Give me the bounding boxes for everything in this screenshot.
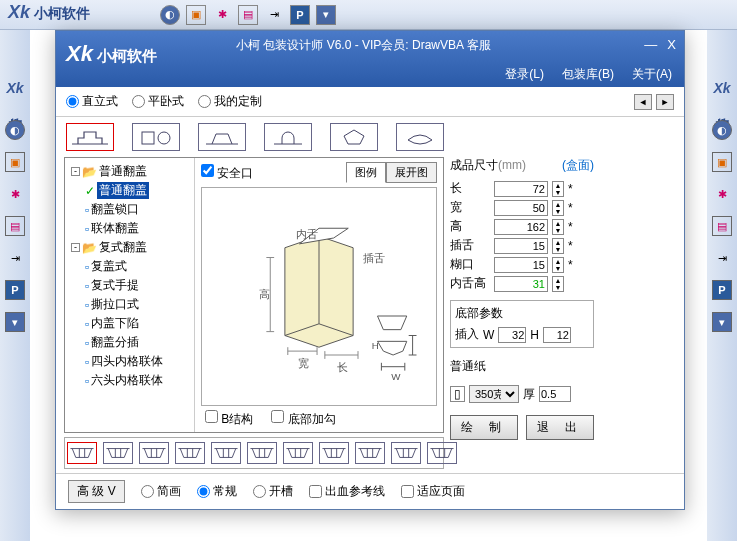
mode-custom[interactable]: 我的定制 [198,93,262,110]
dim-stepper[interactable]: ▲▼ [552,238,564,254]
window-title: 小柯 包装设计师 V6.0 - VIP会员: DrawVBA 客服 [236,37,491,54]
dropdown-icon[interactable]: ▾ [712,312,732,332]
tree-node[interactable]: ▫六头内格联体 [67,371,192,390]
bottom-shape-3[interactable] [175,442,205,464]
tab-unfold[interactable]: 展开图 [386,162,437,183]
tree-node[interactable]: ▫联体翻盖 [67,219,192,238]
globe-icon[interactable]: ◐ [160,5,180,25]
dim-input-0[interactable] [494,181,548,197]
dim-input-1[interactable] [494,200,548,216]
menu-login[interactable]: 登录(L) [505,66,544,83]
asterisk-icon[interactable]: ✱ [212,5,232,25]
background-toolbar: Xk小柯软件 ◐ ▣ ✱ ▤ ⇥ P ▾ [0,0,737,30]
tree-node[interactable]: ✓普通翻盖 [67,181,192,200]
render-simple[interactable]: 简画 [141,483,181,500]
dim-stepper[interactable]: ▲▼ [552,219,564,235]
asterisk-icon[interactable]: ✱ [712,184,732,204]
bottom-shape-9[interactable] [391,442,421,464]
insert-h-input[interactable] [543,327,571,343]
window-icon[interactable]: ▤ [712,216,732,236]
window-icon[interactable]: ▤ [238,5,258,25]
tree-node[interactable]: -📂普通翻盖 [67,162,192,181]
bottom-shape-0[interactable] [67,442,97,464]
dim-stepper[interactable]: ▲▼ [552,276,564,292]
bottom-shape-2[interactable] [139,442,169,464]
label-height: 高 [259,288,270,300]
safe-checkbox[interactable]: 安全口 [201,164,253,182]
menu-about[interactable]: 关于(A) [632,66,672,83]
square-icon[interactable]: ▣ [186,5,206,25]
label-insert: 插舌 [363,252,385,264]
render-slot[interactable]: 开槽 [253,483,293,500]
bottom-shape-8[interactable] [355,442,385,464]
bottom-shape-5[interactable] [247,442,277,464]
bottom-shape-4[interactable] [211,442,241,464]
dropdown-icon[interactable]: ▾ [5,312,25,332]
tab-diagram[interactable]: 图例 [346,162,386,183]
close-button[interactable]: X [667,37,676,52]
draw-button[interactable]: 绘 制 [450,415,518,440]
p-icon[interactable]: P [5,280,25,300]
bottom-hook-checkbox[interactable]: 底部加勾 [271,410,335,428]
bottom-shape-7[interactable] [319,442,349,464]
dropdown-icon[interactable]: ▾ [316,5,336,25]
arrow-icon[interactable]: ⇥ [264,5,284,25]
tree-node[interactable]: ▫复盖式 [67,257,192,276]
dim-label: 高 [450,218,490,235]
globe-icon[interactable]: ◐ [5,120,25,140]
tree-node[interactable]: ▫复式手提 [67,276,192,295]
bottom-shape-row [64,437,444,469]
menu-library[interactable]: 包装库(B) [562,66,614,83]
dim-input-3[interactable] [494,238,548,254]
shape-box-f[interactable] [396,123,444,151]
mode-upright[interactable]: 直立式 [66,93,118,110]
asterisk-icon[interactable]: ✱ [5,184,25,204]
mode-flat[interactable]: 平卧式 [132,93,184,110]
nav-prev-button[interactable]: ◄ [634,94,652,110]
paper-weight-select[interactable]: 350克 [469,385,519,403]
shape-box-e[interactable] [330,123,378,151]
bottom-shape-6[interactable] [283,442,313,464]
render-normal[interactable]: 常规 [197,483,237,500]
required-star: * [568,220,573,234]
bottom-params-title: 底部参数 [455,305,589,322]
bottom-bar: 高 级 V 简画 常规 开槽 出血参考线 适应页面 [56,473,684,509]
dim-stepper[interactable]: ▲▼ [552,200,564,216]
dim-input-2[interactable] [494,219,548,235]
window-icon[interactable]: ▤ [5,216,25,236]
advanced-button[interactable]: 高 级 V [68,480,125,503]
dim-stepper[interactable]: ▲▼ [552,257,564,273]
tree-node[interactable]: -📂复式翻盖 [67,238,192,257]
b-struct-checkbox[interactable]: B结构 [205,410,253,428]
bottom-params-group: 底部参数 插入 W H [450,300,594,348]
tree-node[interactable]: ▫翻盖分插 [67,333,192,352]
paper-thick-input[interactable] [539,386,571,402]
shape-box-a[interactable] [66,123,114,151]
shape-box-d[interactable] [264,123,312,151]
dim-input-4[interactable] [494,257,548,273]
box-type-tree[interactable]: -📂普通翻盖✓普通翻盖▫翻盖锁口▫联体翻盖-📂复式翻盖▫复盖式▫复式手提▫撕拉口… [65,158,195,432]
tree-node[interactable]: ▫四头内格联体 [67,352,192,371]
nav-next-button[interactable]: ► [656,94,674,110]
globe-icon[interactable]: ◐ [712,120,732,140]
tree-node[interactable]: ▫撕拉口式 [67,295,192,314]
shape-box-c[interactable] [198,123,246,151]
square-icon[interactable]: ▣ [5,152,25,172]
tree-node[interactable]: ▫内盖下陷 [67,314,192,333]
tree-node[interactable]: ▫翻盖锁口 [67,200,192,219]
arrow-icon[interactable]: ⇥ [712,248,732,268]
arrow-icon[interactable]: ⇥ [5,248,25,268]
insert-w-input[interactable] [498,327,526,343]
dim-stepper[interactable]: ▲▼ [552,181,564,197]
fit-page-checkbox[interactable]: 适应页面 [401,483,465,500]
dim-input-5[interactable] [494,276,548,292]
view-face-link[interactable]: (盒面) [562,157,594,174]
p-icon[interactable]: P [712,280,732,300]
p-icon[interactable]: P [290,5,310,25]
bottom-shape-1[interactable] [103,442,133,464]
shape-box-b[interactable] [132,123,180,151]
minimize-button[interactable]: — [644,37,657,52]
bleed-checkbox[interactable]: 出血参考线 [309,483,385,500]
square-icon[interactable]: ▣ [712,152,732,172]
exit-button[interactable]: 退 出 [526,415,594,440]
